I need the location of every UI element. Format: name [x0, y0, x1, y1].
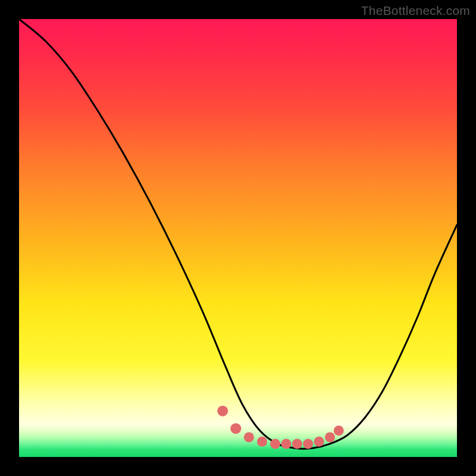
- chart-frame: TheBottleneck.com: [0, 0, 476, 476]
- plot-area: [19, 19, 457, 457]
- gradient-background: [19, 19, 457, 457]
- watermark-text: TheBottleneck.com: [361, 4, 470, 18]
